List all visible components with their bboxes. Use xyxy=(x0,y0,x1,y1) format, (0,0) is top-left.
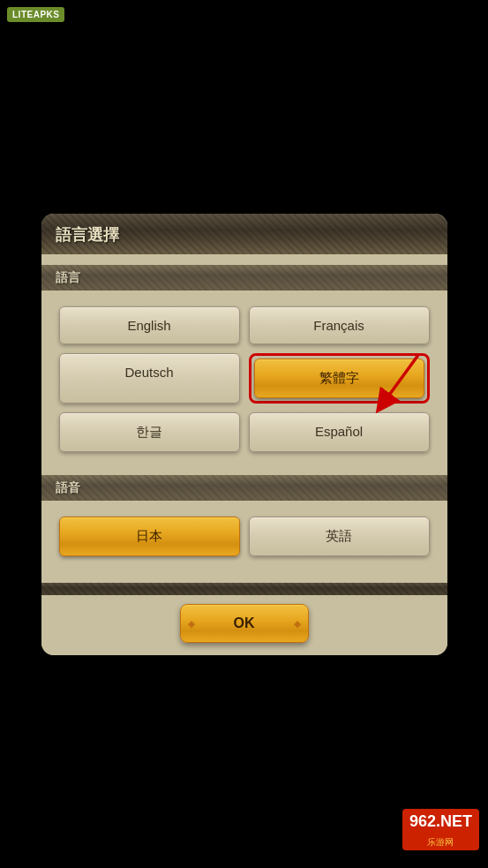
audio-grid: 日本 英語 xyxy=(56,513,433,560)
language-grid: English Français Deutsch 繁體字 한글 Español xyxy=(56,303,433,456)
brand-sub-label: 乐游网 xyxy=(402,834,479,850)
brand-watermark: 962.NET 乐游网 xyxy=(402,809,479,850)
ok-area: OK xyxy=(41,595,447,655)
language-section-label: 語言 xyxy=(56,270,80,284)
language-select-dialog: 語言選擇 語言 English Français Deutsch 繁體字 한글 … xyxy=(41,214,447,655)
audio-btn-japanese[interactable]: 日本 xyxy=(59,517,240,556)
audio-section-label: 語音 xyxy=(56,480,80,494)
bottom-bar xyxy=(41,583,447,595)
lang-btn-francais[interactable]: Français xyxy=(249,306,430,344)
audio-section-header: 語音 xyxy=(41,475,447,501)
lang-btn-traditional-chinese[interactable]: 繁體字 xyxy=(254,359,424,398)
brand-label: 962.NET xyxy=(402,809,479,834)
lang-btn-english[interactable]: English xyxy=(59,306,240,344)
lang-btn-espanol[interactable]: Español xyxy=(249,412,430,452)
dialog-title: 語言選擇 xyxy=(56,226,119,244)
selected-lang-highlight: 繁體字 xyxy=(249,353,430,404)
audio-btn-english[interactable]: 英語 xyxy=(249,517,430,556)
language-section-header: 語言 xyxy=(41,265,447,291)
liteapks-watermark: LITEAPKS xyxy=(7,7,64,22)
lang-btn-korean[interactable]: 한글 xyxy=(59,412,240,452)
dialog-title-bar: 語言選擇 xyxy=(41,214,447,254)
dialog-body: 語言 English Français Deutsch 繁體字 한글 Españ… xyxy=(41,254,447,583)
lang-btn-deutsch[interactable]: Deutsch xyxy=(59,353,240,404)
ok-button[interactable]: OK xyxy=(180,604,309,643)
